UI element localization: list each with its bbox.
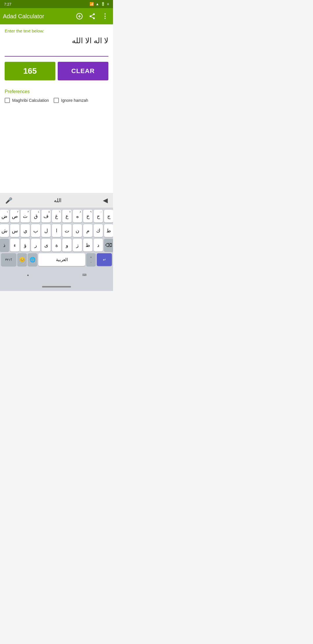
key-tha[interactable]: ٣ث [21, 210, 30, 222]
key-ha2[interactable]: ٨ه [73, 210, 82, 222]
key-kha[interactable]: ٩خ [83, 210, 92, 222]
svg-line-7 [91, 15, 93, 16]
hamzah-pref[interactable]: Ignore hamzah [54, 98, 88, 103]
key-zay[interactable]: ز [73, 239, 82, 252]
clear-button[interactable]: CLEAR [58, 62, 108, 80]
hamzah-checkbox[interactable] [54, 98, 59, 103]
preferences-title: Preferences [5, 89, 108, 94]
battery-icon: 🔋 [101, 2, 105, 6]
emoji-key[interactable]: 😊 [17, 253, 27, 266]
enter-label: Enter the text below: [5, 28, 108, 33]
key-ghain[interactable]: ٦غ [52, 210, 61, 222]
key-waw-hamza[interactable]: ؤ [21, 239, 30, 252]
numbers-key[interactable]: ؟٣٢١ [1, 253, 16, 266]
keyboard-row-1: ١ض ٢ص ٣ث ٤ق ٥ف ٦غ ٧ع ٨ه ٩خ ٠ح ج [1, 210, 112, 222]
maghribi-label: Maghribi Calculation [12, 98, 49, 103]
arabic-keyboard: ١ض ٢ص ٣ث ٤ق ٥ف ٦غ ٧ع ٨ه ٩خ ٠ح ج ش س ي ب … [0, 208, 113, 268]
key-ra[interactable]: ر [31, 239, 40, 252]
period-key[interactable]: °. [86, 253, 96, 266]
nav-bar [0, 282, 113, 291]
suggestion-backspace-icon[interactable]: ◀ [101, 197, 110, 204]
key-jeem[interactable]: ج [104, 210, 113, 222]
key-ta-marbuta[interactable]: ة [52, 239, 61, 252]
app-bar-icons: ⋮ [74, 11, 110, 21]
status-bar: 7:27 📶 ▲ 🔋 ≡ [0, 0, 113, 8]
nav-up-icon[interactable]: ▲ [27, 273, 30, 276]
nav-keyboard-icon[interactable]: ⌨ [82, 273, 86, 276]
key-shin[interactable]: ش [0, 224, 9, 237]
preferences-row: Maghribi Calculation Ignore hamzah [5, 98, 108, 103]
key-nun[interactable]: ن [73, 224, 82, 237]
keyboard-suggestion-bar: 🎤 الله ◀ [0, 193, 113, 208]
key-sad[interactable]: ٢ص [10, 210, 19, 222]
key-dal[interactable]: د [94, 239, 103, 252]
mic-icon[interactable]: 🎤 [3, 197, 15, 204]
space-key[interactable]: العربية [38, 253, 85, 266]
hamzah-label: Ignore hamzah [61, 98, 88, 103]
status-time: 7:27 [4, 2, 11, 6]
svg-line-6 [91, 17, 93, 18]
buttons-row: 165 CLEAR [5, 62, 108, 80]
preferences-section: Preferences Maghribi Calculation Ignore … [0, 89, 113, 106]
more-button[interactable]: ⋮ [100, 11, 110, 21]
key-lam[interactable]: ل [41, 224, 51, 237]
key-tah[interactable]: ط [104, 224, 113, 237]
maghribi-pref[interactable]: Maghribi Calculation [5, 98, 49, 103]
keyboard-row-4: ؟٣٢١ 😊 🌐 العربية °. ↵ [1, 253, 112, 266]
key-qaf[interactable]: ٤ق [31, 210, 40, 222]
key-fa[interactable]: ٥ف [41, 210, 51, 222]
enter-key[interactable]: ↵ [97, 253, 112, 266]
globe-key[interactable]: 🌐 [28, 253, 37, 266]
key-ha[interactable]: ٠ح [94, 210, 103, 222]
key-ya[interactable]: ي [21, 224, 30, 237]
add-button[interactable] [74, 11, 85, 21]
share-button[interactable] [87, 11, 97, 21]
key-kaf[interactable]: ك [94, 224, 103, 237]
wifi-icon: ▲ [96, 2, 99, 6]
key-dhal[interactable]: ذ [0, 239, 9, 252]
key-ba[interactable]: ب [31, 224, 40, 237]
svg-point-3 [93, 13, 95, 15]
app-title: Adad Calculator [3, 13, 74, 20]
key-hamza[interactable]: ء [10, 239, 19, 252]
empty-area [0, 106, 113, 193]
sim-icon: 📶 [90, 2, 94, 6]
key-zha[interactable]: ظ [83, 239, 92, 252]
key-alef-maqsura[interactable]: ى [41, 239, 51, 252]
suggestion-word[interactable]: الله [15, 197, 101, 204]
result-button[interactable]: 165 [5, 62, 55, 80]
key-ta[interactable]: ت [62, 224, 72, 237]
text-input[interactable]: لا اله الا الله [5, 36, 108, 57]
backspace-key[interactable]: ⌫ [104, 239, 113, 252]
keyboard-row-3: ذ ء ؤ ر ى ة و ز ظ د ⌫ [1, 239, 112, 252]
bottom-nav: ▲ ⌨ [0, 268, 113, 282]
maghribi-checkbox[interactable] [5, 98, 10, 103]
status-icons: 📶 ▲ 🔋 ≡ [90, 2, 109, 6]
key-alef[interactable]: ا [52, 224, 61, 237]
app-bar: Adad Calculator ⋮ [0, 8, 113, 24]
key-seen[interactable]: س [10, 224, 19, 237]
main-content: Enter the text below: لا اله الا الله 16… [0, 24, 113, 89]
keyboard-row-2: ش س ي ب ل ا ت ن م ك ط [1, 224, 112, 237]
key-meem[interactable]: م [83, 224, 92, 237]
key-ain[interactable]: ٧ع [62, 210, 72, 222]
menu-icon: ≡ [107, 2, 109, 6]
nav-handle [42, 286, 71, 287]
key-dad[interactable]: ١ض [0, 210, 9, 222]
key-waw[interactable]: و [62, 239, 72, 252]
svg-point-4 [90, 15, 91, 17]
svg-point-5 [93, 17, 95, 19]
